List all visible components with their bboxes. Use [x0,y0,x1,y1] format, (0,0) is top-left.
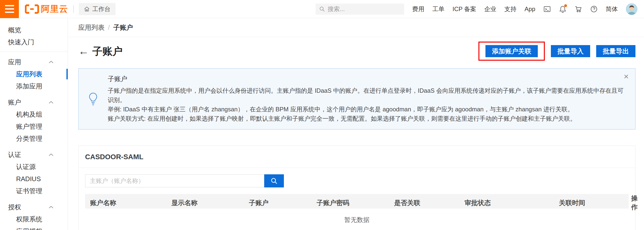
empty-state: 暂无数据 [85,209,629,226]
page-title: 子账户 [92,44,123,58]
nav-icp[interactable]: ICP 备案 [452,5,476,13]
col-approval-status: 审批状态 [442,199,513,207]
cart-icon[interactable] [575,5,582,13]
chevron-up-icon [49,206,54,209]
nav-enterprise[interactable]: 企业 [484,5,496,13]
workbench-label: 工作台 [92,5,110,13]
info-line: 举例: IDaaS 中有主账户 张三（用户名 zhangsan），在企业的 BP… [108,105,628,114]
sidebar-item-app-list[interactable]: 应用列表 [0,68,68,80]
batch-import-button[interactable]: 批量导入 [551,45,590,57]
sidebar-item-category-mgmt[interactable]: 分类管理 [0,133,68,145]
sidebar-item-radius[interactable]: RADIUS [0,173,68,185]
sidebar-item-app-authorization[interactable]: 应用授权 [0,225,68,230]
sidebar-divider [0,52,68,52]
sidebar-group-authentication[interactable]: 认证 [0,149,68,161]
sidebar-item-auth-source[interactable]: 认证源 [0,161,68,173]
info-line: 账户关联方式: 在应用创建时，如果选择了账户映射，即默认主账户和子账户完全一致，… [108,114,628,123]
title-buttons: 添加账户关联 批量导入 批量导出 [478,42,635,61]
col-sub-account-password: 子账户密码 [294,199,372,207]
accounts-table: 账户名称 显示名称 子账户 子账户密码 是否关联 审批状态 关联时间 操作 暂无… [85,194,629,226]
sidebar-item-account-mgmt[interactable]: 账户管理 [0,120,68,133]
primary-account-search-input[interactable] [85,174,264,187]
info-text: 子账户 子账户指的是在指定应用系统中，用户会以什么身份进行访问。主账户指的是 I… [108,75,628,123]
search-icon [270,177,278,185]
nav-app[interactable]: App [524,6,535,13]
nav-support[interactable]: 支持 [504,5,516,13]
breadcrumb-current: 子账户 [113,23,133,32]
sidebar: 概览 快速入门 应用 应用列表 添加应用 账户 机构及组 账户管理 分类管理 认… [0,18,68,230]
col-account-name: 账户名称 [88,199,145,207]
help-icon[interactable] [590,5,598,13]
info-line: 子账户指的是在指定应用系统中，用户会以什么身份进行访问。主账户指的是 IDaaS… [108,86,628,105]
main-area: 应用列表 / 子账户 ← 子账户 添加账户关联 批量导入 批量导出 [68,18,644,230]
home-icon [84,6,90,12]
notification-dot [564,4,567,7]
col-display-name: 显示名称 [145,199,223,207]
workbench-button[interactable]: 工作台 [79,3,116,15]
close-icon[interactable]: × [624,72,629,81]
user-avatar[interactable] [626,3,637,15]
info-title: 子账户 [108,75,628,83]
sidebar-item-quickstart[interactable]: 快速入门 [0,36,68,48]
hamburger-menu-button[interactable] [0,0,19,18]
bell-icon[interactable] [559,5,566,13]
sidebar-group-application[interactable]: 应用 [0,56,68,68]
breadcrumb-app-list[interactable]: 应用列表 [78,23,104,32]
info-box: 子账户 子账户指的是在指定应用系统中，用户会以什么身份进行访问。主账户指的是 I… [78,68,635,129]
col-sub-account: 子账户 [223,199,294,207]
col-actions: 操作 [631,194,638,212]
sidebar-group-label: 应用 [8,58,21,67]
sidebar-item-org-groups[interactable]: 机构及组 [0,108,68,120]
table-header-row: 账户名称 显示名称 子账户 子账户密码 是否关联 审批状态 关联时间 操作 [85,194,629,209]
top-header: 阿里云 工作台 费用 工单 ICP 备案 企业 支持 App [0,0,644,18]
nav-billing[interactable]: 费用 [412,5,424,13]
terminal-icon[interactable] [543,5,551,13]
chevron-up-icon [49,153,54,156]
header-divider [73,5,74,13]
nav-tickets[interactable]: 工单 [432,5,444,13]
chevron-up-icon [49,101,54,104]
breadcrumb: 应用列表 / 子账户 [68,18,644,37]
pagination: 共 0 条 ‹ 1 › 跳至 页 [85,226,629,230]
bulb-icon [79,92,108,106]
sidebar-group-label: 授权 [8,203,21,212]
page-content: ← 子账户 添加账户关联 批量导入 批量导出 子账户 [68,42,644,230]
title-row: ← 子账户 添加账户关联 批量导入 批量导出 [78,42,635,61]
global-search[interactable] [316,4,404,15]
card-body: 账户名称 显示名称 子账户 子账户密码 是否关联 审批状态 关联时间 操作 暂无… [79,168,635,230]
col-linked: 是否关联 [372,199,442,207]
alibaba-cloud-logo-icon [25,4,39,14]
search-button[interactable] [264,174,284,187]
locale-switcher[interactable]: 简体 [606,5,618,13]
back-arrow-button[interactable]: ← [78,46,89,56]
sidebar-group-label: 认证 [8,150,21,159]
logo-text: 阿里云 [41,3,68,15]
sidebar-item-permission-system[interactable]: 权限系统 [0,213,68,225]
header-right: 费用 工单 ICP 备案 企业 支持 App 简体 [316,3,644,15]
sidebar-group-account[interactable]: 账户 [0,96,68,108]
sidebar-group-authorization[interactable]: 授权 [0,201,68,213]
sidebar-item-add-app[interactable]: 添加应用 [0,80,68,92]
batch-export-button[interactable]: 批量导出 [596,45,635,57]
sidebar-item-cert-mgmt[interactable]: 证书管理 [0,185,68,197]
account-search-row [85,174,629,187]
sidebar-item-overview[interactable]: 概览 [0,24,68,36]
app-card: CASDOOR-SAML 账户名称 显示名称 [78,146,635,230]
breadcrumb-separator: / [108,24,110,31]
annotation-highlight-box: 添加账户关联 [478,42,545,61]
col-link-time: 关联时间 [513,199,631,207]
add-account-link-button[interactable]: 添加账户关联 [485,45,538,57]
global-search-input[interactable] [328,6,401,13]
chevron-up-icon [49,60,54,64]
card-title: CASDOOR-SAML [79,146,635,168]
sidebar-group-label: 账户 [8,98,21,107]
search-icon [319,6,325,12]
alibaba-cloud-logo: 阿里云 [25,3,68,15]
